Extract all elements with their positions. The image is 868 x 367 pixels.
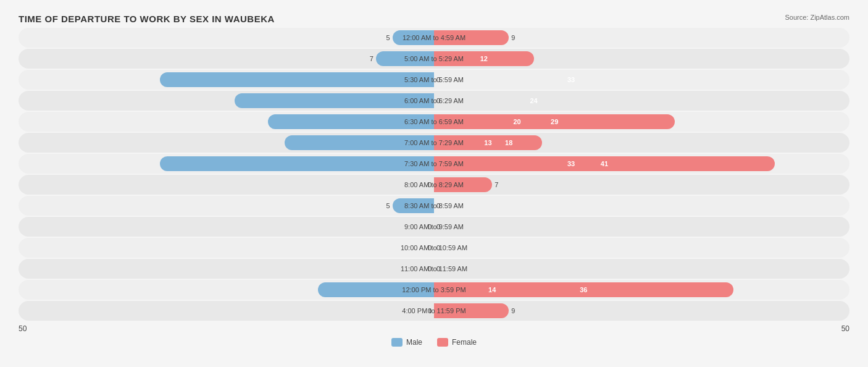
val-female: 0 xyxy=(434,76,440,83)
val-female: 7 xyxy=(492,181,498,188)
chart-row: 4:00 PM to 11:59 PM09 xyxy=(19,301,849,321)
axis-row: 50 50 xyxy=(19,324,849,333)
row-time-label: 10:00 AM to 10:59 AM xyxy=(401,244,467,251)
chart-row: 8:30 AM to 8:59 AM50 xyxy=(19,196,849,216)
legend-female-label: Female xyxy=(452,338,477,347)
bar-male xyxy=(393,198,434,213)
bar-female xyxy=(434,135,542,150)
val-male: 5 xyxy=(386,34,393,41)
chart-row: 7:30 AM to 7:59 AM3341 xyxy=(19,154,849,174)
val-male: 24 xyxy=(530,97,537,104)
row-time-label: 9:00 AM to 9:59 AM xyxy=(404,223,464,230)
bar-male xyxy=(318,282,434,297)
bar-male xyxy=(160,156,434,171)
bar-female xyxy=(434,177,492,192)
val-male: 0 xyxy=(428,181,434,188)
val-male: 0 xyxy=(428,265,434,272)
legend-female-box xyxy=(437,338,448,347)
bar-male xyxy=(268,114,434,129)
val-male: 0 xyxy=(428,244,434,251)
bar-female xyxy=(434,30,509,45)
bar-male xyxy=(376,51,434,66)
val-female: 0 xyxy=(434,244,440,251)
chart-row: 6:30 AM to 6:59 AM2029 xyxy=(19,112,849,132)
chart-row: 6:00 AM to 6:29 AM240 xyxy=(19,91,849,111)
chart-row: 12:00 AM to 4:59 AM59 xyxy=(19,28,849,48)
val-female: 0 xyxy=(434,265,440,272)
bar-male xyxy=(393,30,434,45)
legend: Male Female xyxy=(19,338,849,347)
chart-row: 9:00 AM to 9:59 AM00 xyxy=(19,217,849,237)
chart-row: 8:00 AM to 8:29 AM07 xyxy=(19,175,849,195)
bar-male xyxy=(235,93,434,108)
val-female: 9 xyxy=(509,307,515,314)
val-male: 5 xyxy=(386,202,393,209)
chart-title: TIME OF DEPARTURE TO WORK BY SEX IN WAUB… xyxy=(19,14,849,24)
axis-right: 50 xyxy=(841,324,849,333)
bar-female xyxy=(434,156,775,171)
legend-male: Male xyxy=(391,338,422,347)
chart-row: 5:00 AM to 5:29 AM712 xyxy=(19,49,849,69)
row-time-label: 11:00 AM to 11:59 AM xyxy=(401,265,467,272)
chart-container: TIME OF DEPARTURE TO WORK BY SEX IN WAUB… xyxy=(0,2,868,365)
bar-female xyxy=(434,282,733,297)
bar-female xyxy=(434,51,534,66)
bar-female xyxy=(434,114,675,129)
val-female: 9 xyxy=(509,34,515,41)
chart-row: 10:00 AM to 10:59 AM00 xyxy=(19,238,849,258)
val-male: 7 xyxy=(370,55,376,62)
bar-male xyxy=(285,135,434,150)
chart-row: 11:00 AM to 11:59 AM00 xyxy=(19,259,849,279)
chart-row: 7:00 AM to 7:29 AM1813 xyxy=(19,133,849,153)
bar-female xyxy=(434,303,509,318)
chart-area: 12:00 AM to 4:59 AM595:00 AM to 5:29 AM7… xyxy=(19,28,849,321)
bar-male xyxy=(160,72,434,87)
chart-row: 5:30 AM to 5:59 AM330 xyxy=(19,70,849,90)
chart-row: 12:00 PM to 3:59 PM1436 xyxy=(19,280,849,300)
legend-male-box xyxy=(391,338,403,347)
source-label: Source: ZipAtlas.com xyxy=(785,14,849,21)
val-male: 0 xyxy=(428,307,434,314)
val-male: 0 xyxy=(428,223,434,230)
val-male: 33 xyxy=(567,76,575,83)
val-female: 0 xyxy=(434,202,440,209)
val-female: 0 xyxy=(434,97,440,104)
val-female: 0 xyxy=(434,223,440,230)
legend-male-label: Male xyxy=(406,338,422,347)
legend-female: Female xyxy=(437,338,477,347)
axis-left: 50 xyxy=(19,324,27,333)
